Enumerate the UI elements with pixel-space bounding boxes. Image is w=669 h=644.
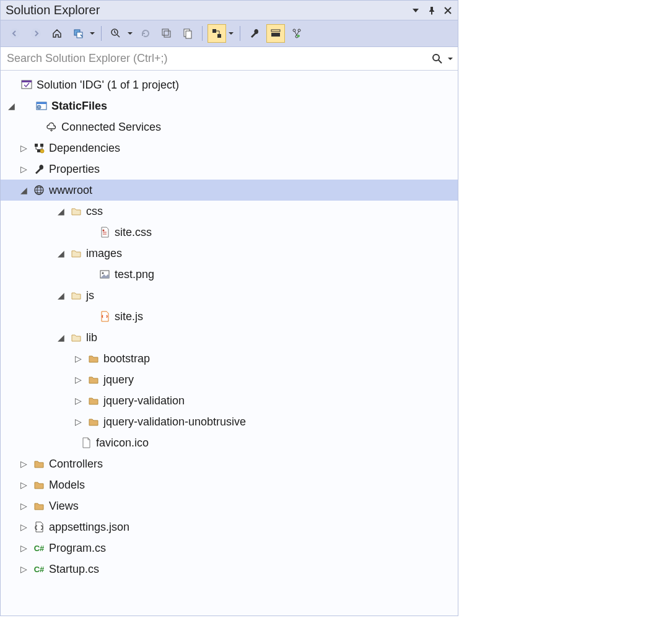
expand-arrow-icon[interactable]: ▷ (72, 417, 84, 427)
expand-arrow-icon[interactable]: ▷ (18, 459, 29, 469)
svg-rect-10 (217, 34, 221, 38)
site-js-node[interactable]: site.js (1, 306, 458, 327)
folder-icon (33, 458, 45, 470)
scope-button[interactable] (208, 24, 226, 43)
expand-arrow-open-icon[interactable]: ◢ (6, 101, 17, 111)
folder-open-icon (70, 331, 82, 344)
expand-arrow-open-icon[interactable]: ◢ (55, 290, 66, 300)
expand-arrow-icon[interactable]: ▷ (18, 564, 29, 574)
js-folder-node[interactable]: ◢ js (1, 285, 458, 306)
node-label: site.css (115, 226, 152, 239)
class-view-button[interactable] (287, 24, 306, 43)
expand-arrow-open-icon[interactable]: ◢ (55, 333, 66, 342)
show-all-files-button[interactable] (178, 24, 197, 43)
svg-point-16 (433, 54, 439, 61)
expand-arrow-icon[interactable]: ▷ (72, 354, 84, 363)
scope-dropdown-icon[interactable] (229, 31, 235, 36)
expand-arrow-icon[interactable]: ▷ (18, 164, 29, 174)
node-label: jquery-validation (103, 394, 185, 407)
node-label: js (86, 289, 94, 302)
forward-button[interactable] (27, 24, 45, 43)
csharp-file-icon: C# (33, 542, 45, 554)
models-folder-node[interactable]: ▷ Models (1, 474, 458, 495)
dependencies-node[interactable]: ▷ ! Dependencies (1, 137, 458, 159)
pending-changes-button[interactable] (107, 24, 125, 43)
css-file-icon (98, 226, 111, 238)
appsettings-node[interactable]: ▷ appsettings.json (1, 516, 458, 537)
svg-point-31 (102, 272, 104, 274)
dependencies-icon: ! (33, 142, 45, 154)
titlebar: Solution Explorer (1, 1, 458, 20)
collapse-all-button[interactable] (157, 24, 176, 43)
solution-node[interactable]: Solution 'IDG' (1 of 1 project) (1, 74, 458, 95)
expand-arrow-open-icon[interactable]: ◢ (18, 185, 29, 195)
svg-rect-3 (77, 32, 82, 38)
properties-node[interactable]: ▷ Properties (1, 159, 458, 180)
pending-dropdown-icon[interactable] (128, 31, 134, 36)
program-cs-node[interactable]: ▷ C# Program.cs (1, 537, 458, 559)
node-label: Dependencies (49, 142, 120, 155)
favicon-node[interactable]: favicon.ico (1, 432, 458, 453)
connected-services-node[interactable]: Connected Services (1, 116, 458, 137)
startup-cs-node[interactable]: ▷ C# Startup.cs (1, 559, 458, 580)
close-icon[interactable] (443, 6, 453, 15)
expand-arrow-icon[interactable]: ▷ (72, 375, 84, 385)
search-input[interactable] (1, 47, 427, 70)
sync-dropdown-icon[interactable] (90, 31, 96, 36)
views-folder-node[interactable]: ▷ Views (1, 495, 458, 516)
node-label: Startup.cs (49, 563, 99, 576)
expand-arrow-icon[interactable]: ▷ (18, 143, 29, 153)
lib-folder-node[interactable]: ◢ lib (1, 327, 458, 348)
jquery-validation-folder-node[interactable]: ▷ jquery-validation (1, 390, 458, 411)
folder-open-icon (70, 289, 82, 302)
controllers-folder-node[interactable]: ▷ Controllers (1, 453, 458, 474)
json-file-icon (33, 521, 45, 533)
expand-arrow-icon[interactable]: ▷ (18, 522, 29, 532)
bootstrap-folder-node[interactable]: ▷ bootstrap (1, 348, 458, 369)
home-button[interactable] (48, 24, 66, 43)
node-label: Properties (49, 163, 100, 176)
search-bar (1, 47, 458, 71)
site-css-node[interactable]: site.css (1, 222, 458, 243)
node-label: Connected Services (61, 121, 161, 134)
wrench-icon (33, 163, 45, 175)
folder-open-icon (70, 205, 82, 217)
search-icon[interactable] (427, 53, 448, 64)
svg-rect-11 (271, 33, 280, 37)
expand-arrow-open-icon[interactable]: ◢ (55, 206, 66, 216)
properties-button[interactable] (245, 24, 264, 43)
solution-explorer-panel: Solution Explorer (0, 0, 458, 616)
svg-point-0 (10, 28, 20, 38)
node-label: Solution 'IDG' (1 of 1 project) (37, 79, 179, 92)
expand-arrow-icon[interactable]: ▷ (72, 396, 84, 406)
search-dropdown-icon[interactable] (448, 56, 458, 61)
back-button[interactable] (6, 24, 24, 43)
svg-point-1 (31, 28, 41, 38)
css-folder-node[interactable]: ◢ css (1, 201, 458, 222)
toolbar-separator (240, 26, 240, 41)
expand-arrow-icon[interactable]: ▷ (18, 543, 29, 553)
svg-rect-6 (164, 31, 170, 37)
svg-rect-23 (40, 144, 43, 147)
expand-arrow-open-icon[interactable]: ◢ (55, 248, 66, 258)
toolbar (1, 20, 458, 47)
refresh-button[interactable] (136, 24, 155, 43)
window-position-dropdown-icon[interactable] (411, 6, 421, 15)
sync-button[interactable] (69, 24, 87, 43)
preview-button[interactable] (266, 24, 285, 43)
test-png-node[interactable]: test.png (1, 264, 458, 285)
pin-icon[interactable] (427, 6, 437, 15)
panel-title: Solution Explorer (6, 3, 411, 17)
jquery-folder-node[interactable]: ▷ jquery (1, 369, 458, 390)
expand-arrow-icon[interactable]: ▷ (18, 480, 29, 490)
folder-icon (87, 416, 100, 428)
expand-arrow-icon[interactable]: ▷ (18, 501, 29, 511)
jquery-validation-unobtrusive-folder-node[interactable]: ▷ jquery-validation-unobtrusive (1, 411, 458, 432)
images-folder-node[interactable]: ◢ images (1, 243, 458, 264)
file-icon (80, 437, 92, 449)
project-node[interactable]: ◢ StaticFiles (1, 95, 458, 116)
svg-rect-5 (162, 29, 168, 35)
solution-tree: Solution 'IDG' (1 of 1 project) ◢ Static… (1, 71, 458, 616)
wwwroot-node[interactable]: ◢ wwwroot (1, 180, 458, 201)
web-project-icon (35, 100, 48, 112)
